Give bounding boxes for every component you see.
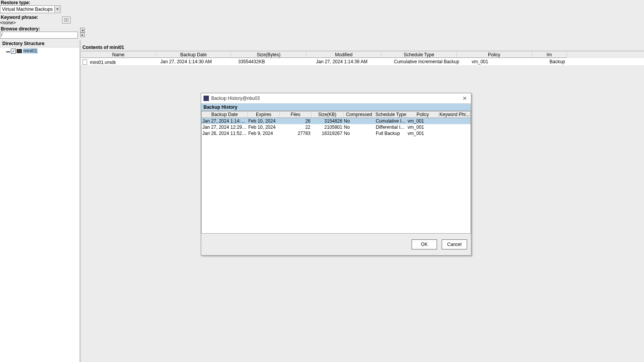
cell-policy: vm_001 xyxy=(470,59,548,64)
dialog-titlebar[interactable]: Backup History@nbu03 ✕ xyxy=(201,93,471,104)
hcell-date: Jan 26, 2024 11:52:... xyxy=(202,131,247,136)
hcell-date: Jan 27, 2024 1:14:3... xyxy=(202,118,247,124)
keyword-phrase-label: Keyword phrase: xyxy=(0,15,39,20)
chevron-down-icon[interactable] xyxy=(54,6,60,12)
hcell-size: 3154826 xyxy=(311,118,343,124)
backup-history-dialog: Backup History@nbu03 ✕ Backup History Ba… xyxy=(201,93,471,256)
history-row[interactable]: Jan 26, 2024 11:52:... Feb 9, 2024 27783… xyxy=(202,130,471,136)
hcell-date: Jan 27, 2024 12:29:... xyxy=(202,125,247,130)
hcell-policy: vm_001 xyxy=(407,131,439,136)
contents-grid: Name Backup Date Size(Bytes) Modified Sc… xyxy=(81,51,644,65)
hcell-files: 26 xyxy=(279,118,311,124)
dialog-footer: OK Cancel xyxy=(201,234,471,255)
file-icon xyxy=(82,59,87,65)
cell-size: 33554432KB xyxy=(237,59,314,64)
history-header-row: Backup Date Expires Files Size(KB) Compr… xyxy=(202,111,471,118)
hcol-size[interactable]: Size(KB) xyxy=(311,112,343,117)
col-backup-date[interactable]: Backup Date xyxy=(156,52,231,58)
cell-modified: Jan 27, 2024 1:14:39 AM xyxy=(314,59,392,64)
hcell-files: 22 xyxy=(279,125,311,130)
tree-toggle-icon[interactable]: ▬ xyxy=(6,49,10,53)
dialog-title: Backup History@nbu03 xyxy=(211,96,459,101)
hcol-backup-date[interactable]: Backup Date xyxy=(202,112,248,117)
hcol-keyword[interactable]: Keyword Phr... xyxy=(439,112,471,117)
directory-structure-header: Directory Structure xyxy=(0,40,79,47)
hcell-policy: vm_001 xyxy=(407,118,439,124)
cell-backup-date: Jan 27, 2024 1:14:30 AM xyxy=(159,59,237,64)
col-name[interactable]: Name xyxy=(81,52,156,58)
restore-type-label: Restore type: xyxy=(0,0,644,5)
tree-item-label: mini01 xyxy=(23,48,38,54)
hcol-compressed[interactable]: Compressed xyxy=(343,112,375,117)
hcell-files: 27783 xyxy=(279,131,311,136)
tree-checkbox[interactable]: ✔ xyxy=(11,49,16,54)
cell-extra: Backup xyxy=(548,59,586,64)
ok-button[interactable]: OK xyxy=(412,239,437,249)
hcell-compressed: No xyxy=(343,118,375,124)
hcol-policy[interactable]: Policy xyxy=(407,112,439,117)
col-schedule-type[interactable]: Schedule Type xyxy=(382,52,457,58)
col-policy[interactable]: Policy xyxy=(457,52,532,58)
col-modified[interactable]: Modified xyxy=(306,52,382,58)
restore-type-value: Virtual Machine Backups xyxy=(0,7,54,12)
directory-tree-panel: Directory Structure ▬ ✔ mini01 xyxy=(0,40,81,362)
dialog-subheader: Backup History xyxy=(201,104,471,111)
browse-directory-input[interactable]: / xyxy=(0,32,78,39)
hcell-expires: Feb 9, 2024 xyxy=(247,131,279,136)
dialog-app-icon xyxy=(203,96,209,101)
arrow-left-icon[interactable]: ◂ xyxy=(80,28,85,32)
hcell-size: 16319267 xyxy=(311,131,343,136)
hcell-expires: Feb 10, 2024 xyxy=(247,125,279,130)
keyword-edit-button[interactable] xyxy=(62,17,71,24)
contents-header: Contents of mini01 xyxy=(81,40,644,51)
hcell-schedule: Full Backup xyxy=(375,131,407,136)
hcell-compressed: No xyxy=(343,125,375,130)
hcol-files[interactable]: Files xyxy=(280,112,312,117)
cell-name: mini01.vmdk xyxy=(90,60,116,65)
close-icon[interactable]: ✕ xyxy=(461,94,469,102)
keyword-phrase-value: <none> xyxy=(0,20,39,25)
hcol-expires[interactable]: Expires xyxy=(248,112,280,117)
vm-icon xyxy=(17,49,22,53)
history-row[interactable]: Jan 27, 2024 12:29:... Feb 10, 2024 22 2… xyxy=(202,124,471,130)
col-extra[interactable]: Im xyxy=(532,52,567,58)
hcell-size: 2105801 xyxy=(311,125,343,130)
cancel-button[interactable]: Cancel xyxy=(442,239,467,249)
hcell-schedule: Differential I... xyxy=(375,125,407,130)
hcell-policy: vm_001 xyxy=(407,125,439,130)
tree-item-mini01[interactable]: ▬ ✔ mini01 xyxy=(1,48,79,54)
col-size[interactable]: Size(Bytes) xyxy=(231,52,306,58)
hcell-compressed: No xyxy=(343,131,375,136)
hcell-schedule: Cumulative I... xyxy=(375,118,407,124)
browse-directory-label: Browse directory: xyxy=(0,26,79,32)
cell-schedule-type: Cumulative Incremental Backup xyxy=(392,59,470,64)
history-row[interactable]: Jan 27, 2024 1:14:3... Feb 10, 2024 26 3… xyxy=(202,118,471,124)
hcol-schedule[interactable]: Schedule Type xyxy=(375,112,407,117)
hcell-expires: Feb 10, 2024 xyxy=(247,118,279,124)
restore-type-select[interactable]: Virtual Machine Backups xyxy=(0,5,61,13)
arrow-right-icon[interactable]: ▸ xyxy=(80,32,85,37)
grid-header-row: Name Backup Date Size(Bytes) Modified Sc… xyxy=(81,51,644,58)
history-grid: Backup Date Expires Files Size(KB) Compr… xyxy=(201,111,471,234)
table-row[interactable]: mini01.vmdk Jan 27, 2024 1:14:30 AM 3355… xyxy=(81,58,644,65)
